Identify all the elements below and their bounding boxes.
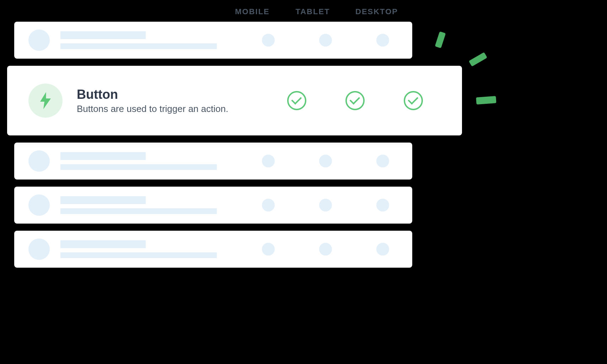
placeholder-desc	[60, 43, 217, 49]
status-dot-tablet	[319, 34, 332, 47]
check-icon	[287, 91, 306, 110]
placeholder-icon	[28, 239, 50, 260]
button-icon-container	[28, 84, 63, 118]
component-row-placeholder[interactable]	[14, 143, 412, 180]
status-indicators	[262, 243, 398, 256]
status-dot-tablet	[319, 243, 332, 256]
status-dot-mobile	[262, 199, 275, 212]
placeholder-content	[60, 152, 262, 170]
placeholder-icon	[28, 194, 50, 216]
component-row-placeholder[interactable]	[14, 22, 412, 59]
placeholder-desc	[60, 208, 217, 214]
header-desktop: DESKTOP	[355, 7, 391, 16]
placeholder-desc	[60, 252, 217, 258]
sparkle-icon	[476, 96, 496, 105]
column-headers: MOBILE TABLET DESKTOP	[14, 7, 412, 16]
sparkle-icon	[469, 52, 487, 67]
header-tablet: TABLET	[295, 7, 331, 16]
placeholder-icon	[28, 150, 50, 172]
placeholder-content	[60, 196, 262, 214]
status-indicators	[287, 91, 441, 110]
check-icon	[345, 91, 365, 110]
placeholder-content	[60, 240, 262, 258]
component-row-button[interactable]: Button Buttons are used to trigger an ac…	[7, 66, 462, 135]
sparkle-icon	[435, 31, 446, 48]
button-content: Button Buttons are used to trigger an ac…	[77, 87, 287, 114]
component-title: Button	[77, 87, 287, 102]
status-dot-desktop	[376, 34, 389, 47]
placeholder-content	[60, 31, 262, 49]
component-row-placeholder[interactable]	[14, 187, 412, 224]
status-dot-tablet	[319, 199, 332, 212]
status-indicators	[262, 199, 398, 212]
status-dot-tablet	[319, 155, 332, 167]
check-icon	[404, 91, 423, 110]
status-indicators	[262, 155, 398, 167]
placeholder-title	[60, 152, 146, 160]
placeholder-title	[60, 31, 146, 39]
status-dot-mobile	[262, 155, 275, 167]
status-indicators	[262, 34, 398, 47]
status-dot-desktop	[376, 199, 389, 212]
status-dot-desktop	[376, 155, 389, 167]
header-mobile: MOBILE	[235, 7, 270, 16]
placeholder-desc	[60, 164, 217, 170]
placeholder-title	[60, 196, 146, 204]
status-dot-desktop	[376, 243, 389, 256]
bolt-icon	[39, 92, 52, 109]
placeholder-icon	[28, 30, 50, 51]
status-dot-mobile	[262, 243, 275, 256]
component-description: Buttons are used to trigger an action.	[77, 103, 287, 114]
placeholder-title	[60, 240, 146, 248]
status-dot-mobile	[262, 34, 275, 47]
component-row-placeholder[interactable]	[14, 231, 412, 268]
